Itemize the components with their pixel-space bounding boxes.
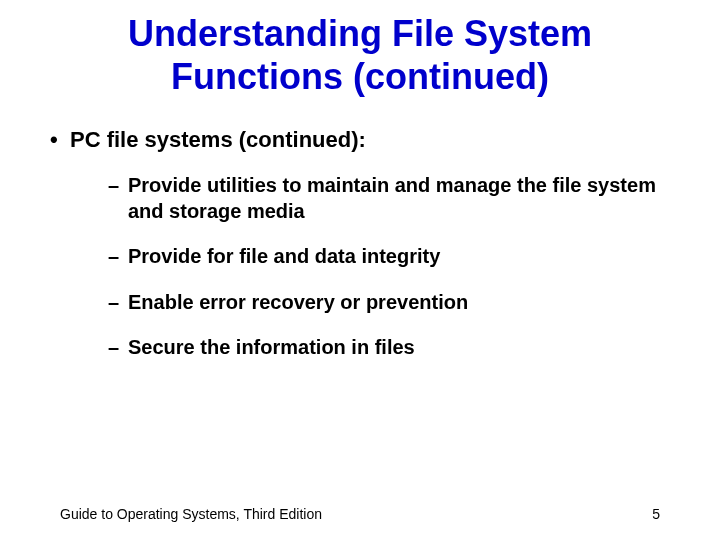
bullet-level2-item: Secure the information in files <box>108 335 670 361</box>
slide: Understanding File System Functions (con… <box>0 0 720 540</box>
slide-title: Understanding File System Functions (con… <box>0 0 720 98</box>
footer: Guide to Operating Systems, Third Editio… <box>60 506 660 522</box>
footer-text: Guide to Operating Systems, Third Editio… <box>60 506 322 522</box>
bullet-level2-item: Provide utilities to maintain and manage… <box>108 173 670 224</box>
page-number: 5 <box>652 506 660 522</box>
bullet-level2-item: Enable error recovery or prevention <box>108 290 670 316</box>
bullet-level1: PC file systems (continued): <box>50 126 670 155</box>
bullet-level2-list: Provide utilities to maintain and manage… <box>50 173 670 361</box>
slide-body: PC file systems (continued): Provide uti… <box>0 98 720 361</box>
bullet-level2-item: Provide for file and data integrity <box>108 244 670 270</box>
